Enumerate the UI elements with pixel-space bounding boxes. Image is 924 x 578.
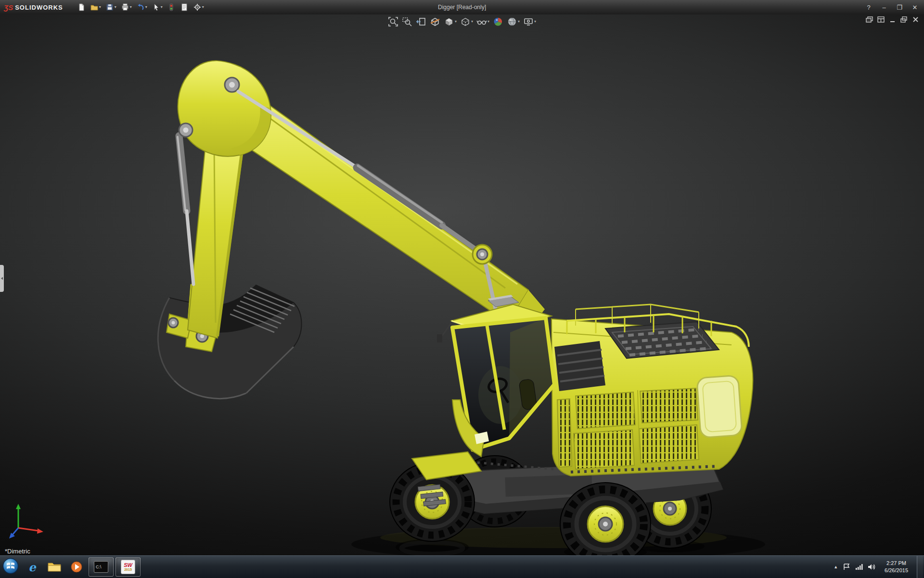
show-desktop-button[interactable]: [917, 556, 923, 578]
new-document-icon: [77, 3, 86, 12]
model-canvas[interactable]: [0, 14, 924, 556]
zoom-to-fit-icon: [388, 16, 398, 27]
taskbar-clock[interactable]: 2:27 PM 6/26/2015: [881, 560, 912, 574]
rear-panel: [697, 375, 742, 438]
select-button[interactable]: ▾: [150, 2, 164, 13]
orientation-triad[interactable]: [6, 500, 50, 542]
solidworks-window: ƷS SOLIDWORKS ▾: [0, 0, 924, 578]
cascade-windows-icon[interactable]: [866, 16, 873, 23]
close-button[interactable]: ✕: [911, 4, 919, 11]
solidworks-logo: ƷS SOLIDWORKS: [0, 3, 69, 12]
file-properties-icon: [180, 3, 189, 12]
stick-cylinder[interactable]: [238, 92, 479, 251]
minimize-button[interactable]: –: [880, 4, 888, 11]
previous-view-icon: [416, 16, 426, 27]
appearance-ball-icon: [493, 16, 503, 27]
save-icon: [105, 3, 114, 12]
view-settings-icon: [523, 16, 534, 27]
rebuild-button[interactable]: [166, 2, 177, 13]
restore-doc-icon[interactable]: [900, 16, 908, 23]
rebuild-icon: [167, 3, 176, 12]
minimize-doc-icon[interactable]: [889, 16, 896, 23]
options-button[interactable]: ▾: [192, 2, 205, 13]
quick-access-toolbar: ▾ ▾ ▾: [76, 2, 205, 13]
print-button[interactable]: ▾: [119, 2, 133, 13]
file-properties-button[interactable]: [179, 2, 190, 13]
file-explorer-button[interactable]: [44, 558, 64, 576]
hide-show-items-button[interactable]: ▾: [475, 16, 490, 27]
display-style-button[interactable]: ▾: [459, 16, 474, 27]
clock-time: 2:27 PM: [886, 560, 906, 566]
media-player-icon: [70, 561, 83, 573]
solidworks-2015-icon: SW 2015: [121, 560, 135, 574]
system-tray: ▲ 2:27 PM 6/26/2015: [834, 556, 924, 578]
view-orientation-button[interactable]: ▾: [443, 16, 458, 27]
action-center-flag-icon[interactable]: [843, 564, 850, 570]
command-prompt-button[interactable]: C:\: [89, 557, 114, 577]
close-doc-icon[interactable]: [912, 16, 919, 23]
chevron-left-icon: [1, 277, 3, 280]
show-hidden-icons-button[interactable]: ▲: [834, 565, 838, 569]
section-view-icon: [430, 16, 440, 27]
feature-manager-collapsed-tab[interactable]: [0, 265, 4, 292]
window-controls: ? – ❐ ✕: [864, 4, 924, 11]
brand-name: SOLIDWORKS: [15, 4, 63, 11]
open-document-button[interactable]: ▾: [89, 2, 103, 13]
help-button[interactable]: ?: [864, 4, 873, 11]
folder-icon: [47, 561, 62, 573]
cab[interactable]: [437, 295, 554, 457]
solidworks-2015-button[interactable]: SW 2015: [116, 557, 141, 577]
windows-taskbar: e C:\ SW 2015: [0, 555, 924, 578]
options-gear-icon: [193, 3, 202, 12]
bucket[interactable]: [158, 285, 301, 399]
undo-button[interactable]: ▾: [135, 2, 149, 13]
display-style-icon: [460, 16, 471, 27]
boom-elbow[interactable]: [178, 61, 270, 156]
undo-icon: [136, 3, 145, 12]
graphics-area[interactable]: ▾ ▾ ▾: [0, 14, 924, 556]
internet-explorer-button[interactable]: e: [22, 558, 42, 576]
view-orientation-icon: [444, 16, 454, 27]
zoom-to-area-button[interactable]: [401, 16, 413, 27]
restore-button[interactable]: ❐: [895, 4, 904, 11]
tile-windows-icon[interactable]: [877, 16, 885, 23]
document-window-controls: [866, 16, 919, 23]
open-folder-icon: [90, 3, 99, 12]
boom-stick-pin: [473, 245, 492, 264]
view-settings-button[interactable]: ▾: [522, 16, 537, 27]
start-button[interactable]: [2, 557, 19, 577]
apply-scene-button[interactable]: ▾: [506, 16, 521, 27]
previous-view-button[interactable]: [415, 16, 427, 27]
windows-start-orb-icon: [2, 557, 19, 575]
zoom-to-area-icon: [402, 16, 412, 27]
network-icon[interactable]: [855, 564, 863, 570]
command-prompt-icon: C:\: [94, 561, 108, 573]
bucket-cylinder[interactable]: [178, 136, 193, 284]
title-bar: ƷS SOLIDWORKS ▾: [0, 0, 924, 15]
select-cursor-icon: [152, 3, 160, 12]
zoom-to-fit-button[interactable]: [387, 16, 399, 27]
edit-appearance-button[interactable]: [492, 16, 504, 27]
eyeglasses-icon: [476, 16, 487, 27]
view-orientation-label: *Dimetric: [5, 548, 30, 555]
mirror: [437, 334, 442, 342]
dassault-logo-icon: ƷS: [4, 3, 13, 12]
internet-explorer-icon: e: [28, 560, 36, 574]
pinned-apps: e C:\ SW 2015: [22, 557, 141, 577]
volume-icon[interactable]: [868, 564, 876, 570]
scene-ball-icon: [507, 16, 517, 27]
heads-up-view-toolbar: ▾ ▾ ▾: [387, 16, 537, 27]
clock-date: 6/26/2015: [885, 567, 908, 573]
media-player-button[interactable]: [66, 558, 87, 576]
rear-cab-vent: [554, 341, 605, 391]
print-icon: [121, 3, 129, 12]
new-document-button[interactable]: [76, 2, 87, 13]
save-button[interactable]: ▾: [104, 2, 118, 13]
section-view-button[interactable]: [429, 16, 441, 27]
